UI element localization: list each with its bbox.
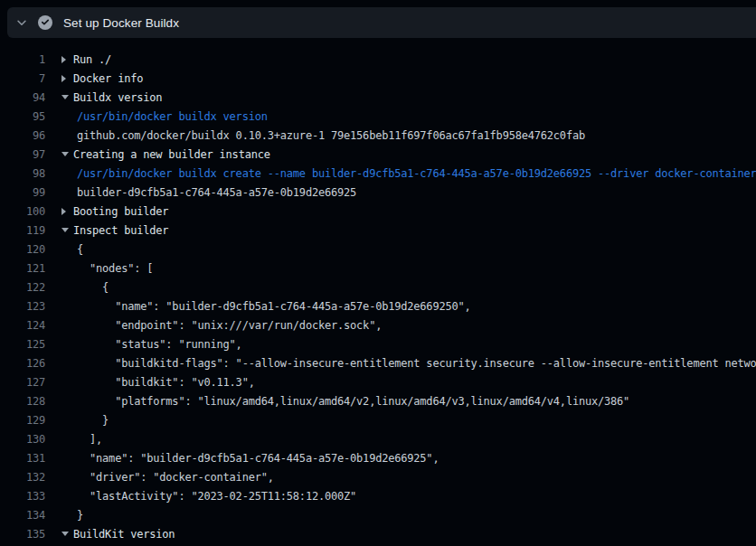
group-label: Inspect builder [73,224,168,237]
group-collapsed-icon[interactable] [61,56,73,63]
log-line: 120{ [0,240,756,259]
output-text: "nodes": [ [61,262,153,275]
line-number[interactable]: 95 [0,110,45,123]
line-number[interactable]: 125 [0,338,45,351]
output-text: ], [61,433,102,446]
group-collapsed-icon[interactable] [61,75,73,82]
log-group-header[interactable]: 100Booting builder [0,202,756,221]
log-line: 128 "platforms": "linux/amd64,linux/amd6… [0,391,756,410]
line-number[interactable]: 120 [0,243,45,256]
log-group-header[interactable]: 135BuildKit version [0,524,756,543]
log-group-header[interactable]: 7Docker info [0,69,756,88]
output-text: } [61,509,83,522]
line-number[interactable]: 123 [0,300,45,313]
line-content: builder-d9cfb5a1-c764-445a-a57e-0b19d2e6… [61,186,756,199]
group-label: BuildKit version [73,528,175,541]
line-content: "nodes": [ [61,262,756,275]
log-line: 129 } [0,410,756,429]
line-number[interactable]: 133 [0,490,45,503]
output-text: { [61,243,83,256]
line-content: Docker info [61,72,756,85]
check-circle-icon [38,15,52,30]
line-content: "buildkitd-flags": "--allow-insecure-ent… [61,357,756,370]
output-text: "driver": "docker-container", [61,471,274,484]
line-content: } [61,509,756,522]
line-content: github.com/docker/buildx 0.10.3+azure-1 … [61,129,756,142]
line-content: "endpoint": "unix:///var/run/docker.sock… [61,319,756,332]
step-title: Set up Docker Buildx [63,16,179,30]
output-text: "lastActivity": "2023-02-25T11:58:12.000… [61,490,356,503]
line-number[interactable]: 94 [0,91,45,104]
log-lines: 1Run ./7Docker info94Buildx version95/us… [0,50,756,546]
line-number[interactable]: 96 [0,129,45,142]
line-number[interactable]: 121 [0,262,45,275]
line-content: Creating a new builder instance [61,148,756,161]
log-line: 126 "buildkitd-flags": "--allow-insecure… [0,353,756,372]
log-line: 122 { [0,278,756,297]
line-number[interactable]: 97 [0,148,45,161]
line-number[interactable]: 7 [0,72,45,85]
line-number[interactable]: 100 [0,205,45,218]
group-expanded-icon[interactable] [61,152,73,156]
line-number[interactable]: 119 [0,224,45,237]
log-group-header[interactable]: 1Run ./ [0,50,756,69]
group-collapsed-icon[interactable] [61,208,73,215]
line-number[interactable]: 134 [0,509,45,522]
line-number[interactable]: 130 [0,433,45,446]
log-line: 123 "name": "builder-d9cfb5a1-c764-445a-… [0,297,756,315]
line-content: /usr/bin/docker buildx create --name bui… [61,167,756,180]
line-number[interactable]: 98 [0,167,45,180]
line-number[interactable]: 135 [0,528,45,541]
line-number[interactable]: 128 [0,395,45,408]
log-line: 98/usr/bin/docker buildx create --name b… [0,164,756,183]
log-group-header[interactable]: 119Inspect builder [0,221,756,240]
line-content: } [61,414,756,427]
workflow-log-viewer: Set up Docker Buildx 1Run ./7Docker info… [0,7,756,546]
output-text: builder-d9cfb5a1-c764-445a-a57e-0b19d2e6… [61,186,356,199]
group-expanded-icon[interactable] [61,95,73,99]
line-number[interactable]: 99 [0,186,45,199]
log-line: 125 "status": "running", [0,334,756,353]
line-content: "status": "running", [61,338,756,351]
line-number[interactable]: 131 [0,452,45,465]
log-group-header[interactable]: 94Buildx version [0,88,756,107]
line-number[interactable]: 122 [0,281,45,294]
output-text: "endpoint": "unix:///var/run/docker.sock… [61,319,382,332]
output-text: "name": "builder-d9cfb5a1-c764-445a-a57e… [61,300,471,313]
log-line: 127 "buildkit": "v0.11.3", [0,372,756,391]
line-number[interactable]: 126 [0,357,45,370]
group-label: Docker info [73,72,143,85]
group-label: Creating a new builder instance [73,148,270,161]
chevron-down-icon[interactable] [7,7,36,38]
line-content: { [61,281,756,294]
line-content: "platforms": "linux/amd64,linux/amd64/v2… [61,395,756,408]
line-content: Booting builder [61,205,756,218]
line-content: "lastActivity": "2023-02-25T11:58:12.000… [61,490,756,503]
line-content: "buildkit": "v0.11.3", [61,376,756,389]
line-number[interactable]: 132 [0,471,45,484]
group-expanded-icon[interactable] [61,532,73,536]
group-label: Buildx version [73,91,162,104]
step-header[interactable]: Set up Docker Buildx [7,7,756,38]
line-number[interactable]: 124 [0,319,45,332]
log-line: 99builder-d9cfb5a1-c764-445a-a57e-0b19d2… [0,183,756,202]
line-content: ], [61,433,756,446]
output-text: } [61,414,109,427]
line-content: Buildx version [61,91,756,104]
output-text: "platforms": "linux/amd64,linux/amd64/v2… [61,395,629,408]
group-label: Run ./ [73,53,111,66]
log-group-header[interactable]: 97Creating a new builder instance [0,145,756,164]
line-number[interactable]: 1 [0,53,45,66]
line-content: Run ./ [61,53,756,66]
log-line: 130 ], [0,429,756,448]
log-line: 96github.com/docker/buildx 0.10.3+azure-… [0,126,756,145]
line-number[interactable]: 127 [0,376,45,389]
line-number[interactable]: 129 [0,414,45,427]
group-expanded-icon[interactable] [61,228,73,232]
output-text: "buildkit": "v0.11.3", [61,376,255,389]
log-line: 124 "endpoint": "unix:///var/run/docker.… [0,315,756,334]
log-line: 134} [0,505,756,524]
line-content: { [61,243,756,256]
log-line: 131 "name": "builder-d9cfb5a1-c764-445a-… [0,448,756,467]
output-text: "name": "builder-d9cfb5a1-c764-445a-a57e… [61,452,439,465]
